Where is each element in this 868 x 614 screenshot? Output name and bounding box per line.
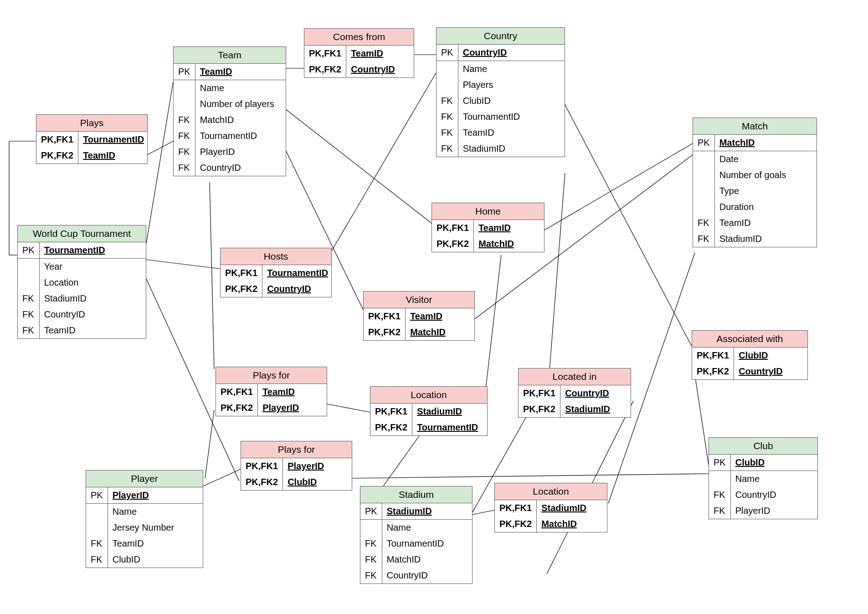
entity-title: Hosts — [221, 248, 331, 265]
entity-world-cup-tournament: World Cup Tournament PKTournamentID Year… — [17, 225, 146, 339]
entity-title: Comes from — [304, 29, 414, 46]
entity-associated-with: Associated with PK,FK1ClubID PK,FK2Count… — [692, 330, 808, 380]
entity-visitor: Visitor PK,FK1TeamID PK,FK2MatchID — [363, 291, 475, 341]
entity-player: Player PKPlayerID Name Jersey Number FKT… — [86, 470, 203, 568]
entity-stadium: Stadium PKStadiumID Name FKTournamentID … — [360, 486, 473, 584]
entity-title: Location — [495, 483, 607, 500]
entity-country: Country PKCountryID Name Players FKClubI… — [436, 27, 565, 157]
entity-match: Match PKMatchID Date Number of goals Typ… — [693, 118, 817, 247]
svg-line-8 — [328, 73, 436, 257]
entity-location-match: Location PK,FK1StadiumID PK,FK2MatchID — [494, 483, 607, 532]
entity-team: Team PKTeamID Name Number of players FKM… — [173, 46, 286, 176]
entity-title: Located in — [519, 368, 631, 385]
svg-line-23 — [549, 173, 565, 376]
entity-title: World Cup Tournament — [18, 225, 146, 242]
entity-title: Country — [437, 28, 565, 45]
entity-title: Visitor — [364, 292, 474, 308]
entity-title: Player — [86, 471, 203, 487]
entity-club: Club PKClubID Name FKCountryID FKPlayerI… — [709, 437, 818, 519]
svg-line-13 — [565, 105, 692, 346]
svg-line-18 — [200, 469, 241, 487]
svg-line-4 — [146, 82, 173, 246]
entity-title: Associated with — [692, 331, 807, 348]
entity-title: Club — [709, 438, 817, 455]
entity-hosts: Hosts PK,FK1TournamentID PK,FK2CountryID — [220, 248, 332, 297]
entity-location-tournament: Location PK,FK1StadiumID PK,FK2Tournamen… — [370, 386, 488, 436]
svg-line-9 — [286, 109, 431, 223]
svg-line-19 — [351, 474, 709, 478]
entity-title: Team — [174, 47, 286, 64]
svg-line-11 — [544, 143, 693, 230]
svg-line-3 — [147, 141, 173, 155]
svg-line-25 — [472, 510, 494, 515]
entity-located-in: Located in PK,FK1CountryID PK,FK2Stadium… — [518, 368, 631, 418]
entity-title: Stadium — [360, 486, 472, 503]
entity-title: Plays for — [216, 367, 327, 384]
entity-title: Match — [693, 118, 817, 135]
entity-title: Plays for — [241, 441, 352, 458]
svg-line-17 — [205, 410, 214, 478]
svg-line-20 — [327, 404, 370, 412]
entity-plays-for-club: Plays for PK,FK1PlayerID PK,FK2ClubID — [241, 441, 352, 491]
entity-comes-from: Comes from PK,FK1TeamID PK,FK2CountryID — [304, 28, 414, 78]
entity-title: Plays — [36, 115, 147, 132]
entity-title: Home — [432, 203, 544, 220]
svg-line-7 — [146, 260, 220, 269]
entity-home: Home PK,FK1TeamID PK,FK2MatchID — [431, 203, 544, 252]
entity-plays-for-team: Plays for PK,FK1TeamID PK,FK2PlayerID — [216, 367, 327, 416]
svg-line-15 — [210, 182, 214, 369]
entity-plays: Plays PK,FK1TournamentID PK,FK2TeamID — [36, 114, 148, 164]
entity-title: Location — [370, 387, 487, 404]
